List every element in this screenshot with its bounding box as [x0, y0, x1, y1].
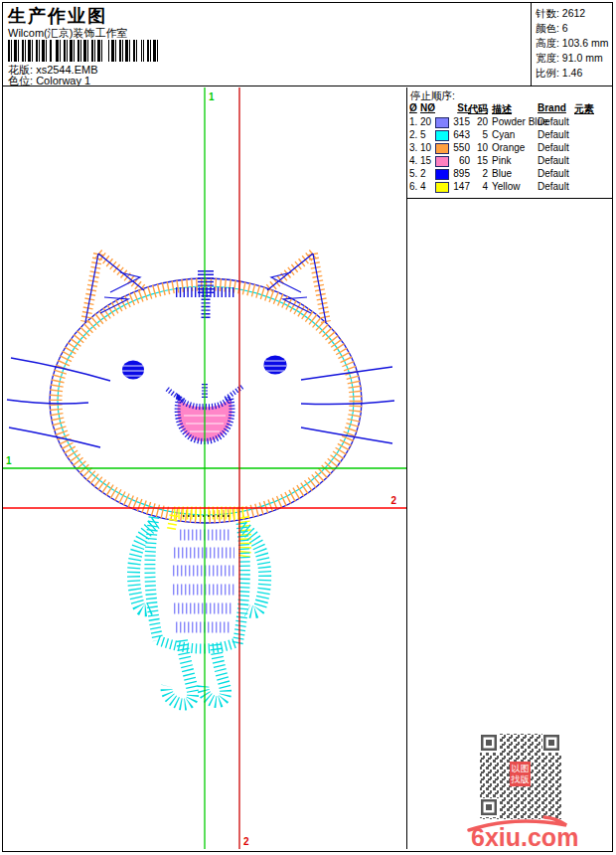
col-code: 代码: [467, 102, 488, 116]
row-needle: 15: [420, 155, 431, 166]
colorway-value: Colorway 1: [36, 75, 90, 86]
studio-name: Wilcom(汇京)装饰工作室: [8, 26, 127, 41]
table-row: 6. 4 147 4 Yellow Default: [407, 181, 612, 194]
table-header: Ø NØ St. 代码 描述 Brand 元素: [407, 102, 612, 115]
row-brand: Default: [538, 168, 569, 179]
stop-sequence-title: 停止顺序:: [410, 89, 455, 103]
table-row: 3. 10 550 10 Orange Default: [407, 142, 612, 155]
row-description: Blue: [492, 168, 512, 179]
production-worksheet: 生产作业图 Wilcom(汇京)装饰工作室 花版: xs2544.EMB 色位:…: [0, 0, 616, 855]
design-canvas: 1 1 2 2: [3, 87, 407, 849]
col-brand: Brand: [538, 102, 566, 113]
row-brand: Default: [538, 142, 569, 153]
row-num: 4.: [409, 155, 417, 166]
table-row: 1. 20 315 20 Powder Blue Default: [407, 116, 612, 129]
page-title: 生产作业图: [8, 4, 107, 28]
row-brand: Default: [538, 155, 569, 166]
table-row: 4. 15 60 15 Pink Default: [407, 155, 612, 168]
start-marker-top: 1: [209, 91, 215, 102]
row-num: 2.: [409, 129, 417, 140]
row-num: 5.: [409, 168, 417, 179]
svg-text:找版: 找版: [511, 774, 530, 784]
qr-center-seal: 以图 找版: [510, 762, 531, 786]
row-needle: 5: [420, 129, 426, 140]
row-num: 1.: [409, 116, 417, 127]
row-needle: 20: [420, 116, 431, 127]
design-width: 宽度: 91.0 mm: [532, 51, 612, 66]
cat-ear-left: [85, 254, 144, 322]
design-scale: 比例: 1.46: [532, 66, 612, 81]
row-description: Pink: [492, 155, 511, 166]
cat-design: [7, 254, 394, 705]
page-border: 生产作业图 Wilcom(汇京)装饰工作室 花版: xs2544.EMB 色位:…: [2, 2, 613, 852]
body-outline: [134, 517, 265, 705]
color-swatch: [435, 130, 449, 141]
colorway-label: 色位:: [8, 75, 33, 86]
col-needle: NØ: [420, 102, 435, 113]
color-swatch: [435, 169, 449, 180]
design-info-box: 针数: 2612 颜色: 6 高度: 103.6 mm 宽度: 91.0 mm …: [531, 3, 612, 86]
row-brand: Default: [538, 181, 569, 192]
row-needle: 10: [420, 142, 431, 153]
right-panel: 停止顺序: Ø NØ St. 代码 描述 Brand 元素 1. 20 315 …: [406, 87, 612, 849]
start-marker-left: 1: [6, 455, 12, 466]
row-code: 2: [467, 168, 488, 179]
row-needle: 4: [420, 181, 426, 192]
stop-sequence-table: 停止顺序: Ø NØ St. 代码 描述 Brand 元素 1. 20 315 …: [407, 87, 612, 199]
color-count: 颜色: 6: [532, 21, 612, 36]
end-marker-right: 2: [390, 495, 396, 506]
col-description: 描述: [492, 102, 512, 116]
row-code: 20: [467, 116, 488, 127]
row-description: Cyan: [492, 129, 515, 140]
watermark-logo: 6xiu.com: [467, 819, 576, 851]
cat-head: [50, 278, 362, 523]
row-description: Orange: [492, 142, 525, 153]
stitch-count: 针数: 2612: [532, 3, 612, 21]
color-swatch: [435, 182, 449, 193]
col-num: Ø: [409, 102, 417, 113]
cat-ear-right: [267, 254, 326, 322]
table-row: 2. 5 643 5 Cyan Default: [407, 129, 612, 142]
end-marker-bottom: 2: [243, 836, 249, 847]
barcode: [8, 40, 159, 62]
color-swatch: [435, 117, 449, 128]
row-code: 5: [467, 129, 488, 140]
header: 生产作业图 Wilcom(汇京)装饰工作室 花版: xs2544.EMB 色位:…: [3, 3, 612, 86]
watermark-swoosh-icon: [467, 813, 576, 833]
color-swatch: [435, 143, 449, 154]
table-row: 5. 2 895 2 Blue Default: [407, 168, 612, 181]
row-code: 15: [467, 155, 488, 166]
svg-text:以图: 以图: [512, 764, 530, 773]
row-description: Yellow: [492, 181, 521, 192]
row-brand: Default: [538, 129, 569, 140]
row-num: 6.: [409, 181, 417, 192]
body-stripes: [173, 535, 234, 627]
col-element: 元素: [574, 102, 594, 116]
row-num: 3.: [409, 142, 417, 153]
qr-code: 以图 找版: [479, 732, 562, 821]
row-code: 10: [467, 142, 488, 153]
row-code: 4: [467, 181, 488, 192]
colorway: 色位: Colorway 1: [8, 74, 90, 88]
reference-grid: 1 1 2 2: [3, 87, 406, 849]
row-needle: 2: [420, 168, 426, 179]
design-height: 高度: 103.6 mm: [532, 36, 612, 51]
color-swatch: [435, 156, 449, 167]
row-brand: Default: [538, 116, 569, 127]
